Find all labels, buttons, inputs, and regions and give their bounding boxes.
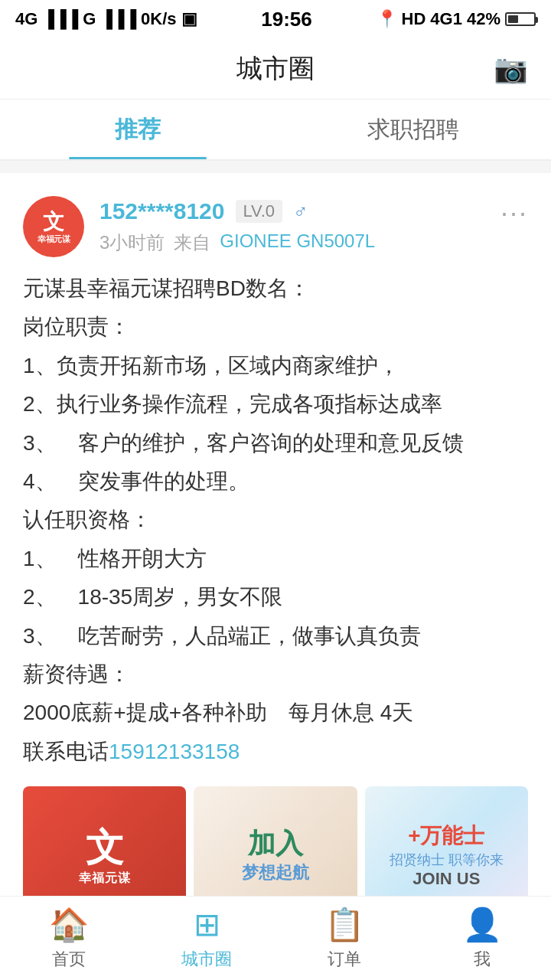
signal-4g1: 4G1: [430, 9, 462, 29]
status-time: 19:56: [261, 8, 312, 31]
post-avatar-section: 文 幸福元谋 152****8120 LV.0 ♂ 3小时前 来自 GIONEE…: [23, 196, 375, 257]
nav-item-city[interactable]: ⊞ 城市圈: [138, 898, 276, 978]
header: 城市圈 📷: [0, 38, 551, 100]
battery-icon: [505, 12, 536, 26]
sd-icon: ▣: [181, 9, 197, 29]
post-text-line-12: 2000底薪+提成+各种补助 每月休息 4天: [23, 701, 413, 724]
post-text-line-5: 3、 客户的维护，客户咨询的处理和意见反馈: [23, 431, 464, 455]
orders-icon: 📋: [324, 906, 364, 943]
post-text-line-1: 元谋县幸福元谋招聘BD数名：: [23, 276, 310, 300]
post-text-line-3: 1、负责开拓新市场，区域内商家维护，: [23, 354, 399, 377]
nav-label-orders: 订单: [328, 948, 361, 971]
level-badge: LV.0: [236, 200, 283, 223]
network-speed: 0K/s: [141, 9, 176, 29]
post-text-line-10: 3、 吃苦耐劳，人品端正，做事认真负责: [23, 624, 421, 648]
post-text-line-4: 2、执行业务操作流程，完成各项指标达成率: [23, 392, 442, 416]
battery-percent: 42%: [467, 9, 500, 29]
profile-icon: 👤: [462, 906, 502, 943]
avatar: 文 幸福元谋: [23, 196, 84, 257]
page-title: 城市圈: [236, 51, 315, 87]
time-ago: 3小时前: [99, 230, 165, 255]
nav-label-profile: 我: [474, 948, 491, 971]
status-left: 4G ▐▐▐ G ▐▐▐ 0K/s ▣: [15, 9, 197, 29]
hd-label: HD: [402, 9, 426, 29]
nav-item-home[interactable]: 🏠 首页: [0, 898, 138, 978]
city-icon: ⊞: [194, 906, 220, 943]
post-text-line-13: 联系电话: [23, 740, 109, 763]
signal-bars-2: ▐▐▐: [100, 9, 136, 29]
nav-item-orders[interactable]: 📋 订单: [276, 898, 413, 978]
tab-bar: 推荐 求职招聘: [0, 100, 551, 161]
phone-number[interactable]: 15912133158: [109, 740, 240, 763]
post-text-line-8: 1、 性格开朗大方: [23, 547, 207, 570]
nav-item-profile[interactable]: 👤 我: [413, 898, 551, 978]
post-text-line-7: 认任职资格：: [23, 508, 152, 531]
post-text-line-2: 岗位职责：: [23, 315, 130, 338]
post-card: 文 幸福元谋 152****8120 LV.0 ♂ 3小时前 来自 GIONEE…: [0, 173, 551, 980]
status-bar: 4G ▐▐▐ G ▐▐▐ 0K/s ▣ 19:56 📍 HD 4G1 42%: [0, 0, 551, 38]
post-text-line-9: 2、 18-35周岁，男女不限: [23, 585, 282, 609]
post-meta: 3小时前 来自 GIONEE GN5007L: [99, 230, 375, 255]
more-button[interactable]: ···: [500, 196, 528, 227]
gender-icon: ♂: [293, 200, 308, 224]
content-area: 文 幸福元谋 152****8120 LV.0 ♂ 3小时前 来自 GIONEE…: [0, 173, 551, 980]
post-header: 文 幸福元谋 152****8120 LV.0 ♂ 3小时前 来自 GIONEE…: [23, 196, 528, 257]
status-right: 📍 HD 4G1 42%: [377, 9, 536, 29]
username-row: 152****8120 LV.0 ♂: [99, 198, 375, 224]
bottom-nav: 🏠 首页 ⊞ 城市圈 📋 订单 👤 我: [0, 896, 551, 980]
nav-label-home: 首页: [52, 948, 86, 971]
tab-recommend[interactable]: 推荐: [0, 100, 276, 159]
device-label: GIONEE GN5007L: [220, 230, 375, 255]
signal-4g: 4G: [15, 9, 37, 29]
post-body: 元谋县幸福元谋招聘BD数名： 岗位职责： 1、负责开拓新市场，区域内商家维护， …: [23, 270, 528, 771]
home-icon: 🏠: [49, 906, 89, 943]
username: 152****8120: [99, 198, 225, 224]
camera-icon[interactable]: 📷: [494, 53, 528, 85]
tab-jobs[interactable]: 求职招聘: [276, 100, 551, 159]
signal-g: G: [83, 9, 96, 29]
post-user-info: 152****8120 LV.0 ♂ 3小时前 来自 GIONEE GN5007…: [99, 198, 375, 255]
nav-label-city: 城市圈: [181, 948, 232, 971]
signal-bars-1: ▐▐▐: [42, 9, 78, 29]
post-text-line-11: 薪资待遇：: [23, 662, 130, 686]
from-label: 来自: [174, 230, 210, 255]
location-icon: 📍: [377, 9, 397, 29]
post-text-line-6: 4、 突发事件的处理。: [23, 469, 249, 493]
